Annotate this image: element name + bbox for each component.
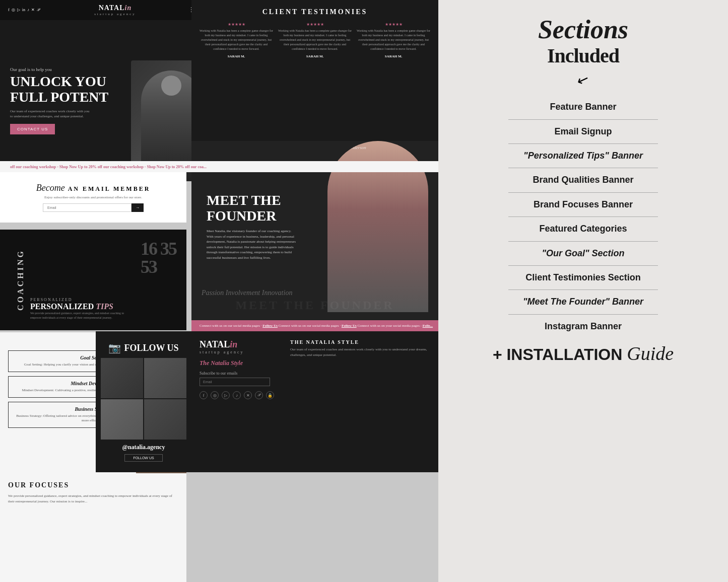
footer-fb[interactable]: f	[200, 391, 208, 399]
stars-2: ★★★★★	[278, 22, 352, 27]
fb-icon[interactable]: f	[8, 8, 10, 13]
testimony-author-1: SARAH M.	[200, 54, 273, 58]
personalized-tips-section: COACHING 16 3553 PERSONALIZED PERSONALIZ…	[0, 230, 186, 330]
footer-social-icons: f ◎ ▷ ♪ ✕ 𝒫 🔒	[200, 391, 280, 399]
divider-6	[508, 241, 658, 242]
stars-3: ★★★★★	[357, 22, 430, 27]
announcement-bar: off our coaching workshop - Shop Now Up …	[0, 161, 438, 172]
ig-icon[interactable]: ◎	[12, 8, 15, 13]
footer-email-label: Subscribe to our emails	[200, 371, 280, 376]
social-bar-text-1: Connect with us on our social media page…	[191, 324, 438, 328]
sections-title-area: Sections Included	[458, 15, 708, 67]
footer-yt[interactable]: ▷	[222, 391, 230, 399]
testimony-author-3: SARAH M.	[357, 54, 430, 58]
email-subtitle: Enjoy subscriber-only discounts and prom…	[44, 195, 142, 199]
testimonies-section: CLIENT TESTIMONIES ★★★★★ Working with Na…	[191, 0, 438, 141]
social-bar-prefix-3: Connect with us on your social media pag…	[357, 324, 422, 328]
testimony-text-2: Working with Natalia has been a complete…	[278, 29, 352, 51]
divider-8	[508, 289, 658, 290]
sections-script-title: Sections	[458, 15, 708, 44]
instagram-follow-title: FOLLOW US	[124, 343, 178, 353]
footer-logo-sub: startup agency	[200, 350, 280, 354]
follow-us-link[interactable]: Follow Us	[262, 324, 278, 328]
divider-4	[508, 192, 658, 193]
logo-container: NATALin startup agency	[94, 4, 136, 16]
founder-headline-line1: MEET THE	[207, 193, 297, 208]
focuses-title: OUR FOCUSES	[8, 481, 178, 489]
site-logo: NATALin	[94, 4, 136, 12]
email-submit-button[interactable]: →	[131, 203, 144, 212]
coaching-sidebar-label: COACHING	[16, 249, 25, 311]
coaching-tips-content: PERSONALIZED PERSONALIZED TIPS We provid…	[30, 298, 181, 320]
section-feature-banner: Feature Banner	[458, 101, 708, 113]
coaching-numbers: 16 3553	[141, 240, 176, 276]
announce-suffix: Up to 20% off our coa...	[165, 165, 207, 169]
left-panel: f ◎ ▷ in ♪ ✕ 𝒫 NATALin startup agency ☰ …	[0, 0, 438, 582]
stars-1: ★★★★★	[200, 22, 273, 27]
tips-italic: TIPS	[96, 302, 113, 311]
installation-line: + INSTALLATION Guide	[458, 342, 708, 365]
x-icon[interactable]: ✕	[31, 8, 35, 13]
section-brand-focuses: Brand Focuses Banner	[458, 199, 708, 210]
footer-right-area: The Natalia Style Our team of experience…	[290, 339, 430, 464]
hero-description: Our team of experienced coaches work clo…	[10, 109, 91, 119]
testimonies-title: CLIENT TESTIMONIES	[200, 8, 430, 16]
footer-tagline: The Natalia Style	[200, 359, 280, 367]
divider-3	[508, 168, 658, 168]
divider-5	[508, 216, 658, 217]
site-logo-sub: startup agency	[94, 12, 136, 16]
founder-headline: MEET THE FOUNDER	[207, 193, 297, 224]
p-icon[interactable]: 𝒫	[37, 8, 40, 13]
yt-icon[interactable]: ▷	[17, 8, 20, 13]
testimony-author-2: SARAH M.	[278, 54, 352, 58]
footer-email-input[interactable]	[200, 378, 270, 386]
section-meet-founder: "Meet The Founder" Banner	[458, 296, 708, 308]
decorative-arrow: ↙	[575, 70, 591, 90]
founder-text-area: MEET THE FOUNDER Meet Natalia, the visio…	[191, 178, 312, 276]
footer-pi[interactable]: 𝒫	[255, 391, 263, 399]
follow-us-link-2[interactable]: Follow Us	[342, 324, 357, 328]
instagram-follow-section: 📷 FOLLOW US @natalia.agency FOLLOW US	[96, 331, 191, 472]
instagram-follow-button[interactable]: FOLLOW US	[124, 454, 162, 462]
announce-middle: Up to 20% off our coaching workshop -	[78, 165, 147, 169]
section-email-signup: Email Signup	[458, 126, 708, 137]
email-input-row: →	[43, 203, 144, 212]
founder-section: MEET THE FOUNDER Meet Natalia, the visio…	[191, 131, 438, 322]
founder-name-label: Natalia Henderson	[332, 145, 366, 150]
li-icon[interactable]: in	[22, 8, 25, 13]
sections-list: Feature Banner Email Signup "Personalize…	[458, 101, 708, 332]
social-icons-row: f ◎ ▷ in ♪ ✕ 𝒫	[8, 8, 40, 13]
testimony-3: ★★★★★ Working with Natalia has been a co…	[357, 22, 430, 58]
insta-cell-1	[101, 358, 143, 398]
testimony-2: ★★★★★ Working with Natalia has been a co…	[278, 22, 352, 58]
divider-2	[508, 143, 658, 144]
section-personalized-tips: "Personalized Tips" Banner	[458, 150, 708, 162]
hero-cta-button[interactable]: CONTACT US	[10, 124, 55, 134]
footer-ig[interactable]: ◎	[211, 391, 219, 399]
personalized-tips-title: PERSONALIZED TIPS	[30, 302, 181, 311]
hero-goal-text: Our goal is to help you	[10, 67, 108, 72]
insta-cell-4	[144, 399, 186, 440]
shop-now-link2[interactable]: Shop Now	[147, 165, 165, 169]
section-featured-categories: Featured Categories	[458, 223, 708, 235]
social-bar-prefix-2: Connect with us on our social media page…	[279, 324, 342, 328]
footer-lock[interactable]: 🔒	[266, 391, 274, 399]
testimony-text-3: Working with Natalia has been a complete…	[357, 29, 430, 51]
founder-description: Meet Natalia, the visionary founder of o…	[207, 229, 297, 260]
email-input-field[interactable]	[43, 203, 131, 212]
follow-us-link-3[interactable]: Follo...	[423, 324, 433, 328]
hero-content: Our goal is to help you UNLOCK YOU FULL …	[0, 20, 212, 181]
tt-icon[interactable]: ♪	[27, 8, 29, 13]
footer-site-preview: NATALin startup agency The Natalia Style…	[191, 331, 438, 472]
personalized-label: PERSONALIZED	[30, 298, 181, 302]
footer-x[interactable]: ✕	[244, 391, 252, 399]
focuses-description: We provide personalized guidance, expert…	[8, 493, 178, 504]
footer-description: Our team of experienced coaches and ment…	[290, 347, 430, 357]
installation-area: + INSTALLATION Guide	[458, 342, 708, 365]
testimony-1: ★★★★★ Working with Natalia has been a co…	[200, 22, 273, 58]
divider-1	[508, 119, 658, 120]
shop-now-link1[interactable]: Shop Now	[59, 165, 77, 169]
footer-tt[interactable]: ♪	[233, 391, 241, 399]
instagram-header: 📷 FOLLOW US	[108, 342, 178, 354]
focuses-section: OUR FOCUSES We provide personalized guid…	[0, 473, 186, 582]
